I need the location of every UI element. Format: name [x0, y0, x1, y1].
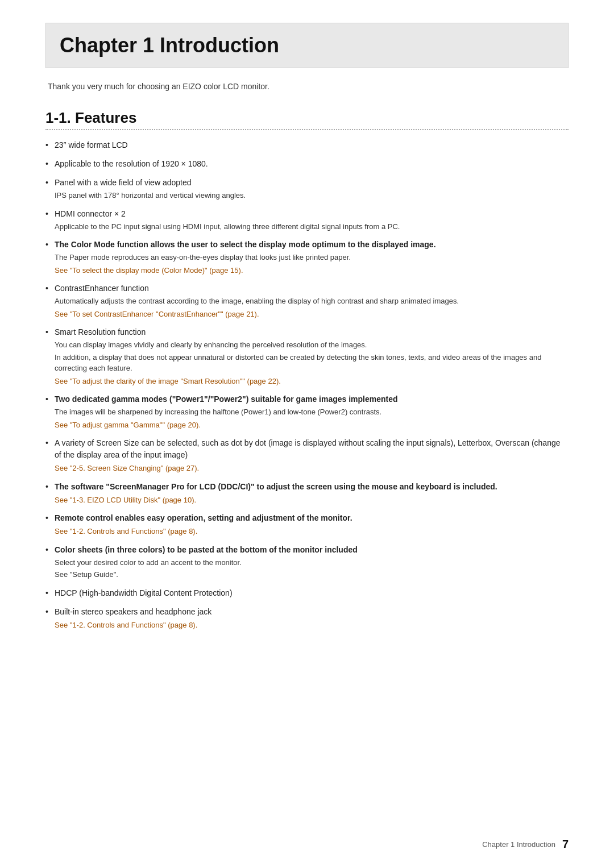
feature-main-text: HDMI connector × 2 — [55, 209, 126, 218]
list-item: 23″ wide format LCD — [45, 139, 569, 151]
feature-main-text: Remote control enables easy operation, s… — [55, 513, 352, 522]
list-item: A variety of Screen Size can be selected… — [45, 437, 569, 474]
list-item: Smart Resolution functionYou can display… — [45, 326, 569, 387]
chapter-title: Chapter 1 Introduction — [60, 34, 279, 57]
feature-link[interactable]: See "1-3. EIZO LCD Utility Disk" (page 1… — [55, 495, 569, 506]
feature-main-text: Built-in stereo speakers and headphone j… — [55, 607, 211, 616]
feature-main-text: 23″ wide format LCD — [55, 140, 128, 149]
feature-link[interactable]: See "To adjust gamma "Gamma"" (page 20). — [55, 420, 569, 431]
list-item: ContrastEnhancer functionAutomatically a… — [45, 283, 569, 319]
list-item: The software "ScreenManager Pro for LCD … — [45, 481, 569, 506]
chapter-header: Chapter 1 Introduction — [45, 23, 569, 68]
feature-link[interactable]: See "1-2. Controls and Functions" (page … — [55, 526, 569, 537]
feature-sub-text: Automatically adjusts the contrast accor… — [55, 296, 569, 307]
list-item: Panel with a wide field of view adoptedI… — [45, 177, 569, 201]
section-divider — [45, 129, 569, 130]
feature-sub-text: The Paper mode reproduces an easy-on-the… — [55, 252, 569, 263]
feature-main-text: ContrastEnhancer function — [55, 284, 149, 293]
list-item: HDCP (High-bandwidth Digital Content Pro… — [45, 587, 569, 599]
feature-sub-text: IPS panel with 178° horizontal and verti… — [55, 190, 569, 201]
feature-sub-text: The images will be sharpened by increasi… — [55, 406, 569, 418]
feature-link[interactable]: See "To adjust the clarity of the image … — [55, 376, 569, 387]
list-item: Two dedicated gamma modes ("Power1"/"Pow… — [45, 393, 569, 430]
section-header: 1-1. Features — [45, 109, 569, 130]
list-item: Remote control enables easy operation, s… — [45, 512, 569, 537]
feature-link[interactable]: See "1-2. Controls and Functions" (page … — [55, 620, 569, 631]
feature-main-text: The software "ScreenManager Pro for LCD … — [55, 482, 497, 491]
feature-main-text: The Color Mode function allows the user … — [55, 240, 436, 249]
feature-sub-text: Applicable to the PC input signal using … — [55, 221, 569, 232]
features-list: 23″ wide format LCDApplicable to the res… — [45, 139, 569, 630]
page-number: 7 — [562, 838, 569, 851]
feature-main-text: Color sheets (in three colors) to be pas… — [55, 545, 358, 554]
footer-text: Chapter 1 Introduction — [482, 840, 555, 849]
feature-main-text: Applicable to the resolution of 1920 × 1… — [55, 159, 208, 168]
feature-link[interactable]: See "To select the display mode (Color M… — [55, 265, 569, 276]
feature-sub-text: In addition, a display that does not app… — [55, 352, 569, 374]
feature-sub-text: You can display images vividly and clear… — [55, 339, 569, 351]
page-footer: Chapter 1 Introduction 7 — [482, 838, 569, 851]
section-title: 1-1. Features — [45, 109, 569, 127]
feature-main-text: Smart Resolution function — [55, 327, 146, 337]
list-item: Applicable to the resolution of 1920 × 1… — [45, 158, 569, 170]
feature-main-text: Two dedicated gamma modes ("Power1"/"Pow… — [55, 394, 398, 404]
list-item: Color sheets (in three colors) to be pas… — [45, 544, 569, 580]
feature-main-text: HDCP (High-bandwidth Digital Content Pro… — [55, 588, 233, 597]
list-item: Built-in stereo speakers and headphone j… — [45, 606, 569, 631]
feature-main-text: A variety of Screen Size can be selected… — [55, 438, 561, 459]
feature-link[interactable]: See "To set ContrastEnhancer "ContrastEn… — [55, 309, 569, 320]
feature-sub-text: Select your desired color to add an acce… — [55, 557, 569, 568]
feature-main-text: Panel with a wide field of view adopted — [55, 178, 191, 187]
list-item: HDMI connector × 2Applicable to the PC i… — [45, 208, 569, 232]
feature-link[interactable]: See "2-5. Screen Size Changing" (page 27… — [55, 463, 569, 474]
feature-sub-text: See "Setup Guide". — [55, 569, 569, 580]
list-item: The Color Mode function allows the user … — [45, 239, 569, 276]
chapter-intro: Thank you very much for choosing an EIZO… — [45, 82, 569, 91]
